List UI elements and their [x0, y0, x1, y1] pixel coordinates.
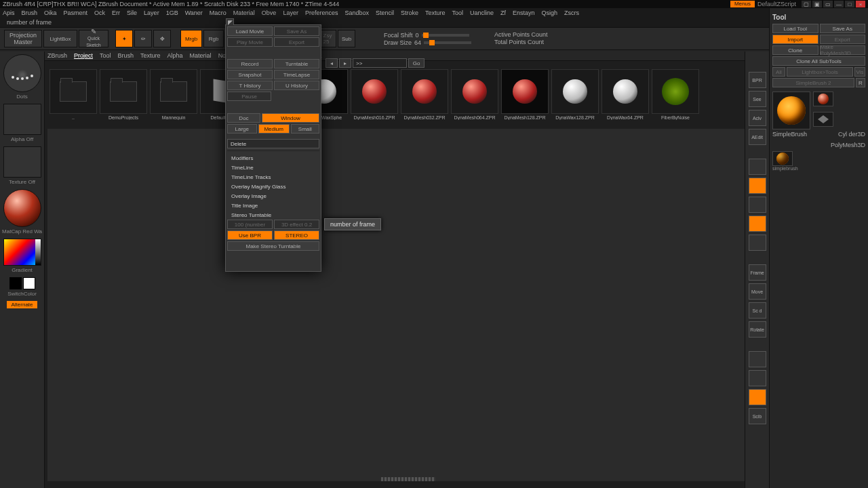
drawsize-slider[interactable]: [424, 41, 471, 44]
simplebrush-label[interactable]: SimpleBrush 2: [772, 78, 854, 87]
texture-slot[interactable]: [3, 146, 41, 178]
rgb-button[interactable]: Rgb: [203, 30, 224, 47]
gradient-label[interactable]: Gradient: [12, 267, 33, 273]
lightbox-button[interactable]: LightBox: [43, 30, 77, 47]
menu-oika[interactable]: Oika: [44, 9, 57, 16]
menu-err[interactable]: Err: [112, 9, 120, 16]
project-cell[interactable]: DynaMesh016.ZPR: [350, 69, 399, 120]
nav-path-field[interactable]: >>: [353, 58, 407, 68]
saveas-movie-button[interactable]: Save As: [274, 26, 319, 36]
shelf-slot14[interactable]: [749, 370, 766, 386]
shelf-slot6[interactable]: [749, 197, 766, 213]
color-picker[interactable]: [3, 239, 41, 266]
menu-ock[interactable]: Ock: [94, 9, 105, 16]
brush-slot[interactable]: [3, 54, 41, 92]
record-button[interactable]: Record: [227, 59, 273, 68]
movie-item-timeline-tracks[interactable]: TimeLine Tracks: [227, 172, 319, 182]
stroke-slot[interactable]: [3, 104, 41, 135]
menu-macro[interactable]: Macro: [210, 9, 226, 16]
movie-item-modifiers[interactable]: Modifiers: [227, 153, 319, 163]
swatch-fg[interactable]: [23, 277, 35, 289]
shelf-sclb[interactable]: Sclb: [749, 408, 766, 424]
tab-zbrush[interactable]: ZBrush: [47, 52, 67, 59]
canvas[interactable]: [47, 129, 769, 481]
tool-thumb-poly[interactable]: [813, 112, 833, 127]
draw-button[interactable]: ✏: [134, 30, 152, 47]
menu-apis[interactable]: Apis: [3, 9, 15, 16]
win-close[interactable]: ×: [856, 1, 865, 7]
tool-thumb-cyl[interactable]: [813, 92, 833, 106]
shelf-slot4[interactable]: [749, 159, 766, 175]
quicksketch-button[interactable]: ✎Quick Sketch: [79, 30, 108, 47]
popup-tearoff[interactable]: ◤: [226, 18, 234, 25]
movie-item-title-image[interactable]: Title Image: [227, 201, 319, 210]
win-max[interactable]: □: [845, 1, 854, 7]
menu-brush[interactable]: Brush: [22, 9, 38, 16]
delete-header[interactable]: Delete: [227, 139, 319, 148]
default-zscript[interactable]: DefaultZScript: [757, 1, 796, 7]
win-btn-2[interactable]: ▣: [812, 1, 822, 7]
window-button[interactable]: Window: [262, 113, 319, 123]
menu-sandbox[interactable]: Sandbox: [344, 9, 369, 16]
play-movie-button[interactable]: Play Movie: [227, 37, 273, 47]
shelf-rotate[interactable]: Rotate: [749, 321, 766, 338]
shelf-move[interactable]: Move: [749, 283, 766, 300]
mrgb-button[interactable]: Mrgb: [180, 30, 202, 47]
menus-button[interactable]: Menus: [730, 1, 755, 7]
uhistory-button[interactable]: U History: [274, 81, 319, 90]
shelf-bpr[interactable]: BPR: [749, 72, 766, 88]
doc-button[interactable]: Doc: [227, 113, 260, 123]
menu-tool[interactable]: Tool: [452, 9, 464, 16]
shelf-frame[interactable]: Frame: [749, 264, 766, 281]
menu-uancline[interactable]: Uancline: [470, 9, 494, 16]
project-cell[interactable]: Mannequin: [149, 69, 198, 120]
alternate-button[interactable]: Alternate: [7, 301, 37, 308]
large-button[interactable]: Large: [227, 124, 257, 134]
frames-field[interactable]: 100 (number: [227, 220, 273, 229]
projection-master-button[interactable]: Projection Master: [4, 30, 42, 47]
menu-zf[interactable]: Zf: [500, 9, 506, 16]
stereo-button[interactable]: STEREO: [274, 230, 319, 240]
swatch-bg[interactable]: [9, 277, 22, 289]
medium-button[interactable]: Medium: [258, 124, 290, 134]
export-button[interactable]: Export: [820, 35, 866, 44]
lightbox-tools-button[interactable]: Lightbox>Tools: [787, 67, 853, 77]
menu-material[interactable]: Material: [233, 9, 255, 16]
load-tool-button[interactable]: Load Tool: [772, 24, 818, 33]
shelf-aedit[interactable]: AEdit: [749, 129, 766, 145]
menu-1gb[interactable]: 1GB: [166, 9, 178, 16]
movie-item-timeline[interactable]: TimeLine: [227, 163, 319, 172]
pause-button[interactable]: Pause: [227, 92, 271, 101]
shelf-sc d[interactable]: Sc d: [749, 302, 766, 319]
menu-zscrs[interactable]: Zscrs: [564, 9, 579, 16]
project-cell[interactable]: DemoProjects: [99, 69, 148, 120]
shelf-see[interactable]: See: [749, 91, 766, 107]
make-polymesh-button[interactable]: Make PolyMesh3D: [820, 45, 866, 55]
load-movie-button[interactable]: Load Movie: [227, 26, 273, 36]
win-btn-1[interactable]: ▢: [802, 1, 811, 7]
focal-slider[interactable]: [422, 34, 469, 37]
tool-thumb-extra[interactable]: [772, 151, 793, 166]
divider-grip2[interactable]: [381, 479, 435, 481]
movie-item-stereo-turntable[interactable]: Stereo Turntable: [227, 210, 319, 220]
snapshot-button[interactable]: Snapshot: [227, 70, 273, 79]
tab-texture[interactable]: Texture: [140, 52, 161, 59]
nav-prev[interactable]: ◂: [326, 58, 338, 68]
thistory-button[interactable]: T History: [227, 81, 273, 90]
all-button[interactable]: All: [772, 67, 785, 77]
menu-texture[interactable]: Texture: [425, 9, 446, 16]
shelf-aclv[interactable]: Aclv: [749, 110, 766, 126]
make-stereo-button[interactable]: Make Stereo Turntable: [227, 241, 319, 251]
project-cell[interactable]: DynaWax64.ZPR: [601, 69, 650, 120]
movie-item-overlay-image[interactable]: Overlay Image: [227, 191, 319, 201]
menu-layer[interactable]: Layer: [144, 9, 159, 16]
tab-material[interactable]: Material: [190, 52, 212, 59]
sub-button[interactable]: Sub: [338, 30, 355, 47]
movie-item-overlay-magnify-glass[interactable]: Overlay Magnify Glass: [227, 182, 319, 191]
menu-preferences[interactable]: Preferences: [305, 9, 338, 16]
export-movie-button[interactable]: Export: [274, 37, 319, 47]
timelapse-button[interactable]: TimeLapse: [274, 70, 319, 79]
shelf-slot13[interactable]: [749, 351, 766, 367]
project-cell[interactable]: DynaMesh032.ZPR: [400, 69, 449, 120]
project-cell[interactable]: FiberByNoise: [651, 69, 700, 120]
